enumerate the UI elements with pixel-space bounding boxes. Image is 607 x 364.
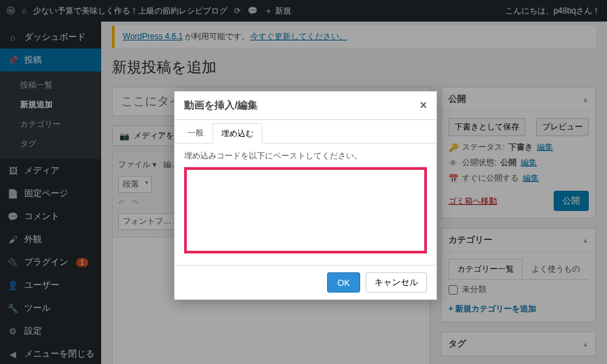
embed-code-textarea[interactable]: [184, 167, 427, 253]
modal-title: 動画を挿入/編集: [184, 99, 258, 112]
insert-video-modal: 動画を挿入/編集 × 一般 埋め込む 埋め込みコードを以下にペーストしてください…: [174, 91, 437, 300]
close-icon[interactable]: ×: [420, 98, 427, 113]
ok-button[interactable]: OK: [327, 272, 360, 293]
embed-hint: 埋め込みコードを以下にペーストしてください。: [184, 150, 427, 162]
modal-tab-embed[interactable]: 埋め込む: [212, 123, 262, 144]
cancel-button[interactable]: キャンセル: [366, 272, 427, 293]
modal-tab-general[interactable]: 一般: [179, 123, 212, 143]
